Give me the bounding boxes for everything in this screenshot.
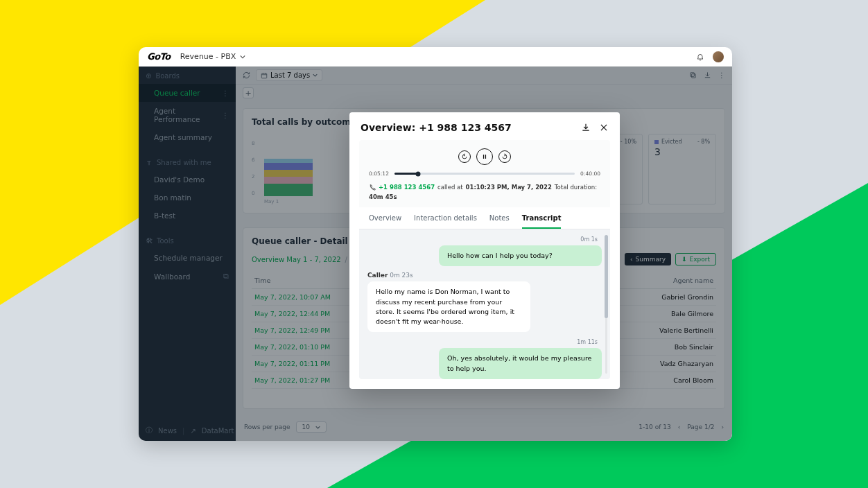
- chevron-down-icon: [313, 73, 318, 78]
- tab-overview[interactable]: Overview: [369, 209, 401, 229]
- download-icon[interactable]: [704, 71, 711, 79]
- user-avatar[interactable]: [713, 51, 724, 62]
- sidebar-item-bon-matin[interactable]: Bon matin: [139, 189, 236, 207]
- modal-header: Overview: +1 988 123 4567: [349, 112, 620, 140]
- audio-player: [359, 146, 610, 171]
- svg-rect-0: [261, 73, 267, 78]
- stat-card-evicted: Evicted- 8% 3: [648, 134, 716, 204]
- transcript-bubble-agent: Oh, yes absolutely, it would be my pleas…: [439, 348, 602, 379]
- scrollbar-thumb[interactable]: [605, 235, 608, 318]
- footer-datamart[interactable]: DataMart: [202, 427, 234, 435]
- transcript-speaker-label: Caller 0m 23s: [367, 272, 602, 279]
- phone-number[interactable]: +1 988 123 4567: [379, 184, 435, 191]
- sidebar-item-agent-summary[interactable]: Agent summary: [139, 128, 236, 146]
- rows-value: 10: [302, 424, 310, 430]
- stat-value: 3: [654, 146, 710, 157]
- decorative-background: GoTo Revenue - PBX ⊕ Boards Queue caller…: [0, 0, 868, 488]
- elapsed-time: 0:05:12: [369, 171, 389, 177]
- legend-dot: [654, 140, 659, 144]
- progress-bar[interactable]: [394, 173, 575, 175]
- pagination-range: 1-10 of 13: [639, 424, 670, 430]
- summary-button[interactable]: ‹ Summary: [625, 253, 671, 265]
- forward-10-button[interactable]: [498, 150, 511, 163]
- more-icon[interactable]: ⋮: [718, 71, 725, 79]
- chart-y-axis: 8620: [252, 141, 259, 196]
- sidebar-item-wallboard[interactable]: Wallboard ⧉: [139, 267, 236, 286]
- duration-value: 40m 45s: [369, 193, 397, 200]
- ellipsis-icon[interactable]: ⋮: [222, 89, 229, 97]
- sidebar-section-tools: 🛠 Tools: [139, 232, 236, 249]
- pagination-page: Page 1/2: [687, 424, 714, 430]
- sidebar-item-schedule-manager[interactable]: Schedule manager: [139, 249, 236, 267]
- plus-circle-icon[interactable]: ⊕: [146, 72, 151, 80]
- sidebar-section-label: Shared with me: [157, 159, 211, 166]
- sidebar-item-davids-demo[interactable]: David's Demo: [139, 171, 236, 189]
- info-icon[interactable]: ⓘ: [146, 426, 153, 435]
- prev-page-icon[interactable]: ‹: [678, 424, 681, 430]
- rewind-10-button[interactable]: [458, 150, 471, 163]
- duration-label: Total duration:: [555, 184, 597, 191]
- workspace-selector[interactable]: Revenue - PBX: [180, 52, 246, 61]
- add-widget-button[interactable]: +: [243, 87, 254, 98]
- sidebar-item-label: Queue caller: [154, 89, 200, 97]
- copy-icon[interactable]: [689, 71, 697, 79]
- stat-pct: - 8%: [697, 139, 710, 145]
- bell-icon[interactable]: [696, 53, 704, 61]
- transcript-panel: 0m 1s Hello how can I help you today? Ca…: [359, 229, 610, 379]
- sidebar-section-boards: ⊕ Boards: [139, 67, 236, 84]
- chevron-down-icon: [315, 425, 320, 430]
- top-bar: GoTo Revenue - PBX: [139, 47, 732, 67]
- workspace-name: Revenue - PBX: [180, 52, 236, 61]
- calendar-icon: [261, 72, 268, 79]
- stat-pct: - 10%: [620, 139, 636, 145]
- sidebar-item-label: Bon matin: [154, 193, 191, 202]
- goto-logo: GoTo: [147, 51, 171, 62]
- close-icon[interactable]: [599, 123, 609, 132]
- tab-transcript[interactable]: Transcript: [522, 209, 562, 229]
- svg-rect-3: [483, 155, 484, 159]
- date-range-chip[interactable]: Last 7 days: [256, 69, 322, 81]
- sidebar-item-queue-caller[interactable]: Queue caller ⋮: [139, 84, 236, 102]
- footer-news[interactable]: News: [158, 427, 177, 435]
- svg-rect-4: [485, 155, 486, 159]
- share-icon: ⫪: [146, 159, 153, 166]
- date-range-label: Last 7 days: [270, 71, 310, 79]
- sidebar-item-label: B-test: [154, 211, 175, 220]
- sidebar-footer: ⓘ News | ↗ DataMart: [139, 420, 236, 441]
- transcript-bubble-caller: Hello my name is Don Norman, I want to d…: [367, 281, 530, 332]
- export-button[interactable]: ⬇ Export: [675, 253, 716, 265]
- called-at-value: 01:10:23 PM, May 7, 2022: [466, 184, 552, 191]
- sidebar-item-b-test[interactable]: B-test: [139, 207, 236, 225]
- refresh-icon[interactable]: [243, 71, 250, 79]
- speaker-name: Caller: [367, 272, 388, 279]
- play-pause-button[interactable]: [476, 148, 493, 165]
- progress-fill: [394, 173, 418, 175]
- tab-notes[interactable]: Notes: [489, 209, 510, 229]
- called-at-label: called at: [437, 184, 462, 191]
- audio-player-section: 0:05:12 0:40:00 +1 988 123 4567 called a…: [359, 140, 610, 207]
- total-time: 0:40:00: [580, 171, 600, 177]
- svg-rect-1: [692, 74, 696, 78]
- next-page-icon[interactable]: ›: [721, 424, 724, 430]
- modal-title: Overview: +1 988 123 4567: [361, 122, 512, 133]
- download-icon[interactable]: [581, 123, 591, 132]
- sidebar-item-agent-performance[interactable]: Agent Performance ⋮: [139, 102, 236, 128]
- sidebar-section-label: Tools: [157, 237, 174, 245]
- sidebar-item-label: Wallboard: [154, 272, 190, 281]
- button-label: Summary: [635, 256, 666, 263]
- external-link-icon: ⧉: [223, 272, 229, 281]
- app-window: GoTo Revenue - PBX ⊕ Boards Queue caller…: [139, 47, 732, 441]
- transcript-timestamp: 0m 1s: [367, 236, 602, 243]
- breadcrumb-item[interactable]: Overview May 1 - 7, 2022: [252, 256, 341, 263]
- sidebar-item-label: Schedule manager: [154, 254, 223, 262]
- progress-bar-row: 0:05:12 0:40:00: [359, 171, 610, 184]
- content-toolbar: Last 7 days ⋮: [236, 67, 732, 85]
- chevron-down-icon: [240, 54, 245, 60]
- progress-knob[interactable]: [415, 171, 420, 176]
- rows-per-page-select[interactable]: 10: [296, 421, 327, 433]
- transcript-bubble-agent: Hello how can I help you today?: [439, 245, 602, 266]
- sidebar-item-label: Agent summary: [154, 133, 212, 141]
- ellipsis-icon[interactable]: ⋮: [222, 111, 229, 119]
- tab-interaction-details[interactable]: Interaction details: [414, 209, 477, 229]
- pagination: Rows per page 10 1-10 of 13 ‹ Page 1/2 ›: [244, 421, 724, 433]
